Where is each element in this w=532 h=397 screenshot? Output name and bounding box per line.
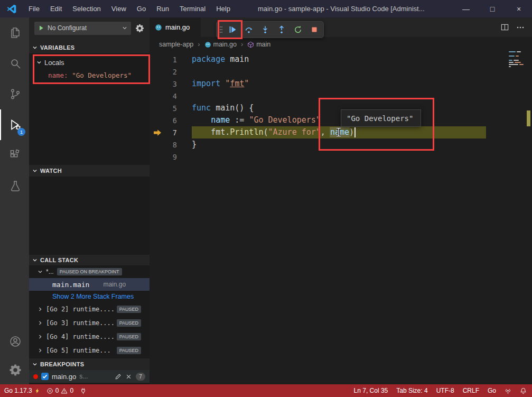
stack-frame-row-selected[interactable]: main.main main.go	[29, 278, 150, 291]
gutter[interactable]: 4	[150, 90, 192, 102]
menu-item-help[interactable]: Help	[211, 0, 236, 17]
minimize-button[interactable]: —	[453, 0, 479, 17]
breadcrumb: sample-app main.go main	[150, 37, 532, 52]
toolbar-drag-handle[interactable]	[218, 22, 224, 38]
breadcrumb-folder[interactable]: sample-app	[159, 41, 193, 48]
activity-bar: 1	[0, 17, 29, 384]
callstack-thread-row[interactable]: [Go 2] runtime....PAUSED	[29, 302, 150, 316]
gutter[interactable]: 7	[150, 126, 192, 139]
encoding-status[interactable]: UTF-8	[436, 387, 454, 394]
variable-row[interactable]: name: "Go Developers"	[29, 69, 150, 81]
callstack-thread-row[interactable]: [Go 5] runtime...PAUSED	[29, 344, 150, 357]
debug-config-label: No Configurat	[48, 24, 119, 32]
code-line-7[interactable]: 7 fmt.Println("Azure for", name)	[150, 126, 525, 139]
code-line-1[interactable]: 1package main	[150, 53, 525, 66]
gutter[interactable]: 3	[150, 78, 192, 90]
restart-button[interactable]	[290, 22, 306, 38]
debug-current-line-arrow	[153, 129, 162, 136]
close-button[interactable]: ×	[506, 0, 532, 17]
step-out-button[interactable]	[273, 22, 290, 38]
menu-item-run[interactable]: Run	[151, 0, 174, 17]
code-line-3[interactable]: 3import "fmt"	[150, 78, 525, 90]
debug-settings-gear-icon[interactable]	[135, 24, 144, 33]
tab-main-go[interactable]: main.go	[150, 17, 201, 37]
callstack-thread-row[interactable]: [Go 4] runtime....PAUSED	[29, 330, 150, 344]
line-number: 5	[150, 104, 177, 113]
testing-icon[interactable]	[0, 171, 29, 201]
settings-gear-icon[interactable]	[0, 356, 29, 384]
remove-icon[interactable]	[126, 374, 132, 380]
menu-item-file[interactable]: File	[23, 0, 45, 17]
thread-label: [Go 2] runtime....	[46, 306, 114, 313]
run-and-debug-icon[interactable]: 1	[0, 109, 29, 140]
extensions-icon[interactable]	[0, 140, 29, 171]
thread-label: [Go 4] runtime....	[46, 333, 114, 340]
edit-pencil-icon[interactable]	[115, 373, 122, 380]
step-over-button[interactable]	[240, 22, 257, 38]
watch-section-header[interactable]: WATCH	[29, 165, 150, 177]
eol-status[interactable]: CRLF	[463, 387, 479, 394]
remote-icon[interactable]	[505, 387, 511, 394]
code-line-5[interactable]: 5func main() {	[150, 102, 525, 114]
locals-scope-row[interactable]: Locals	[29, 56, 150, 69]
chevron-down-icon	[36, 60, 42, 65]
debug-session-row[interactable]: *... PAUSED ON BREAKPOINT	[29, 265, 150, 278]
minimap[interactable]	[508, 49, 525, 82]
code-line-8[interactable]: 8}	[150, 139, 525, 151]
breadcrumb-file[interactable]: main.go	[213, 41, 237, 48]
frame-file: main.go	[103, 281, 126, 288]
call-stack-section-header[interactable]: CALL STACK	[29, 255, 150, 265]
language-mode-status[interactable]: Go	[488, 387, 496, 394]
breakpoint-row[interactable]: main.go s... 7	[29, 370, 150, 383]
gutter[interactable]: 2	[150, 66, 192, 78]
paused-badge: PAUSED	[117, 306, 141, 313]
menu-item-edit[interactable]: Edit	[45, 0, 67, 17]
callstack-thread-row[interactable]: [Go 3] runtime....PAUSED	[29, 316, 150, 330]
show-more-frames-link[interactable]: Show 2 More Stack Frames	[29, 291, 150, 302]
continue-button[interactable]	[224, 22, 240, 38]
paused-on-breakpoint-badge: PAUSED ON BREAKPOINT	[57, 268, 122, 275]
explorer-icon[interactable]	[0, 17, 29, 48]
split-editor-icon[interactable]	[501, 23, 509, 31]
breakpoints-section-header[interactable]: BREAKPOINTS	[29, 358, 150, 370]
go-version-status[interactable]: Go 1.17.3	[4, 387, 40, 394]
code-line-9[interactable]: 9	[150, 151, 525, 163]
more-actions-icon[interactable]	[516, 23, 525, 32]
gutter[interactable]: 6	[150, 114, 192, 126]
step-into-icon	[261, 25, 269, 34]
variables-section-header[interactable]: VARIABLES	[29, 42, 150, 53]
cursor-position-status[interactable]: Ln 7, Col 35	[354, 387, 388, 394]
code-area[interactable]: 1package main23import "fmt"45func main()…	[150, 53, 525, 384]
line-number: 8	[150, 141, 177, 149]
call-stack-panel: *... PAUSED ON BREAKPOINT main.main main…	[29, 265, 150, 358]
gutter[interactable]: 9	[150, 151, 192, 163]
account-icon[interactable]	[0, 327, 29, 356]
search-icon[interactable]	[0, 48, 29, 79]
code-line-2[interactable]: 2	[150, 66, 525, 78]
notifications-bell-icon[interactable]	[520, 387, 527, 394]
menu-item-view[interactable]: View	[106, 0, 132, 17]
go-version-label: Go 1.17.3	[4, 387, 32, 394]
menu-item-go[interactable]: Go	[132, 0, 151, 17]
stop-button[interactable]	[306, 22, 322, 38]
chevron-down-icon	[38, 269, 43, 274]
gutter[interactable]: 1	[150, 53, 192, 66]
debug-session-status[interactable]	[80, 387, 87, 394]
code-line-6[interactable]: 6 name := "Go Developers"	[150, 114, 525, 126]
gutter[interactable]: 8	[150, 139, 192, 151]
tab-size-status[interactable]: Tab Size: 4	[396, 387, 427, 394]
maximize-button[interactable]: □	[479, 0, 506, 17]
source-control-icon[interactable]	[0, 79, 29, 109]
chevron-down-icon	[32, 168, 38, 173]
debug-config-dropdown[interactable]: No Configurat	[34, 22, 131, 35]
line-number: 3	[150, 80, 177, 88]
menu-item-selection[interactable]: Selection	[67, 0, 106, 17]
breakpoint-checkbox[interactable]	[41, 373, 49, 380]
gutter[interactable]: 5	[150, 102, 192, 114]
step-into-button[interactable]	[257, 22, 273, 38]
breadcrumb-symbol[interactable]: main	[256, 41, 270, 48]
start-debug-icon[interactable]	[38, 25, 44, 31]
menu-item-terminal[interactable]: Terminal	[174, 0, 211, 17]
code-line-4[interactable]: 4	[150, 90, 525, 102]
problems-status[interactable]: 0 0	[46, 387, 73, 394]
